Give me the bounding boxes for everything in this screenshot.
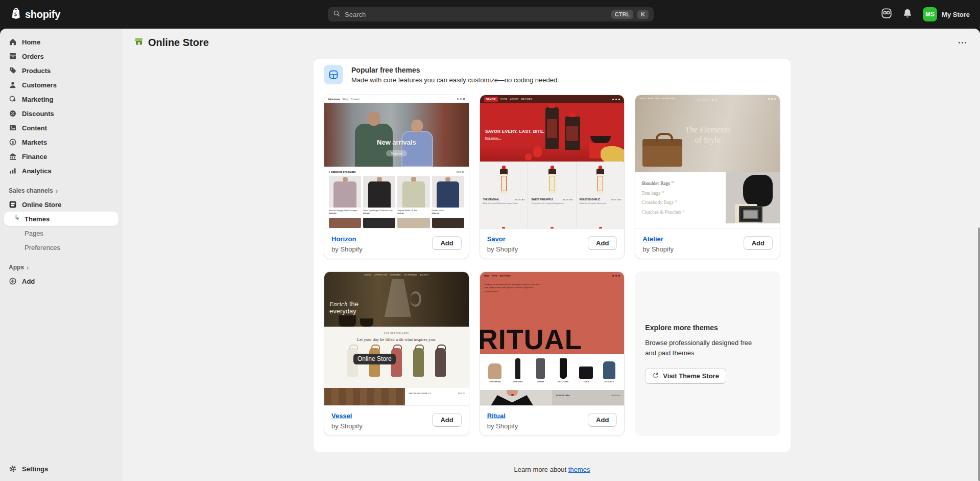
store-name: My Store [942,11,970,18]
themes-grid: Horizon Shop Contact New arrivals Shop n… [324,95,780,436]
sidebar-item-label: Products [22,67,51,75]
explore-more-card: Explore more themes Browse professionall… [635,271,780,436]
sidebar-item-preferences[interactable]: Preferences [4,240,118,255]
panel-title: Popular free themes [351,66,559,74]
page-header: Online Store [123,29,980,57]
sidebar-item-label: Preferences [25,244,60,251]
sidebar-item-label: Markets [22,139,47,146]
page-title: Online Store [134,37,209,49]
sidebar-item-customers[interactable]: Customers [4,78,118,92]
theme-name-link[interactable]: Horizon [331,235,356,243]
hero-image: NEW IN BAGS SHOP ACCESSORIES ATELIER The… [635,95,780,172]
notification-bell-icon[interactable] [902,8,913,20]
section-title: Featured products [329,170,356,173]
main-content: Online Store Popular free themes Made wi… [123,29,980,481]
hero-image: New arrivals Shop now [324,103,469,167]
topbar-actions: MS My Store [881,7,970,21]
bar-chart-icon [9,167,17,175]
explore-body: Browse professionally designed free and … [645,338,755,358]
sidebar-item-label: Pages [25,230,43,237]
app-frame: Home Orders Products Customers Marketing… [0,29,980,481]
sidebar-item-settings[interactable]: Settings [4,462,118,476]
globe-dollar-icon: $ [9,138,17,146]
sidebar-item-add-app[interactable]: Add [4,274,118,288]
hero-image: SAVOR EVERY. LAST. BITE. Shop sauces → [480,103,625,162]
theme-card-atelier: NEW IN BAGS SHOP ACCESSORIES ATELIER The… [635,95,780,259]
sidebar-item-label: Orders [22,53,44,60]
vertical-scrollbar[interactable] [978,227,980,481]
add-theme-button[interactable]: Add [588,236,617,250]
sidebar-item-products[interactable]: Products [4,63,118,78]
theme-name-link[interactable]: Vessel [331,412,352,420]
sales-channels-header[interactable]: Sales channels › [4,184,118,197]
shortcut-k-key: K [637,10,649,19]
add-theme-button[interactable]: Add [588,413,617,427]
theme-name-link[interactable]: Ritual [487,412,506,420]
person-icon [9,81,17,89]
sidebar-item-content[interactable]: Content [4,121,118,135]
sidebar-item-pages[interactable]: Pages [4,226,118,240]
search-placeholder: Search [345,11,366,18]
sidekick-icon[interactable] [881,8,892,21]
sidebar-item-home[interactable]: Home [4,35,118,49]
store-avatar: MS [923,7,937,21]
add-theme-button[interactable]: Add [432,413,461,427]
sidebar-item-label: Themes [25,215,50,223]
theme-card-savor: SAVOR SHOP ABOUT RECIPES [480,95,625,259]
themes-icon [324,65,343,84]
preview-product: Striped Waffle LS Tee $52.00 [397,176,429,215]
theme-name-link[interactable]: Savor [487,235,506,243]
explore-title: Explore more themes [645,324,718,332]
sidebar-item-orders[interactable]: Orders [4,49,118,63]
online-store-tooltip: Online Store [353,354,396,364]
lifestyle-photo [324,388,405,405]
search-icon [333,10,341,19]
hero-button: Shop now [386,150,407,156]
bottle-row [324,348,469,377]
hero-heading: SAVOR EVERY. LAST. BITE. [485,129,546,134]
theme-card-ritual: NEW TOPS BOTTOMS Fashion for the wild at… [480,271,625,436]
chevron-right-icon: › [56,188,58,194]
add-theme-button[interactable]: Add [432,236,461,250]
preview-product: THE ORIGINAL$9.49 CAD Bold, fresh and fi… [480,162,529,228]
theme-preview-savor: SAVOR SHOP ABOUT RECIPES [480,95,625,228]
hero-heading: RITUAL [480,325,582,353]
sidebar-item-online-store[interactable]: Online Store [4,197,118,212]
visit-theme-store-button[interactable]: Visit Theme Store [645,368,726,384]
sidebar-item-label: Settings [22,465,48,473]
preview-product: Denim Jacket $165.00 [432,176,464,215]
sidebar-item-finance[interactable]: Finance [4,149,118,164]
theme-card-vessel: NEW IN COFFEE & TEA DRINKWARE KITCHENWAR… [324,271,469,436]
plus-circle-icon [9,277,17,285]
topbar: shopify Search CTRL K MS My Store [0,0,980,29]
account-menu[interactable]: MS My Store [923,7,970,21]
sidebar-item-label: Analytics [22,167,52,175]
orders-icon [9,52,17,60]
sidebar-item-themes[interactable]: ↳ Themes [4,212,118,226]
sidebar-item-markets[interactable]: $ Markets [4,135,118,149]
shopify-logo[interactable]: shopify [10,7,60,22]
add-theme-button[interactable]: Add [744,236,773,250]
eyebrow: OUR BESTSELLERS [324,327,469,334]
sidebar-item-analytics[interactable]: Analytics [4,164,118,178]
more-options-button[interactable] [954,36,970,50]
theme-preview-horizon: Horizon Shop Contact New arrivals Shop n… [324,95,469,228]
theme-name-link[interactable]: Atelier [642,235,663,243]
preview-product: KAKOMI IH DONABE 2.5L $162.50 [405,388,469,405]
sidebar-item-label: Finance [22,153,47,161]
shopify-logo-text: shopify [25,9,60,20]
sidebar-item-marketing[interactable]: Marketing [4,92,118,106]
home-icon [9,38,17,46]
preview-product: Sofia Lightweight Turtleneck Top $65.00 [363,176,395,215]
hero-link: Shop sauces → [485,137,501,140]
search-input[interactable]: Search CTRL K [328,7,654,21]
sidebar-item-label: Marketing [22,96,53,103]
target-icon [9,95,17,103]
sidebar-item-discounts[interactable]: Discounts [4,106,118,121]
preview-brand: Horizon [328,98,340,101]
bank-icon [9,152,17,161]
themes-help-link[interactable]: themes [568,466,590,473]
svg-text:$: $ [12,140,14,145]
apps-header[interactable]: Apps › [4,261,118,274]
category-row: KNITWEAR DRESSES DENIM BOTTOMS TOPS JACK… [480,354,625,390]
